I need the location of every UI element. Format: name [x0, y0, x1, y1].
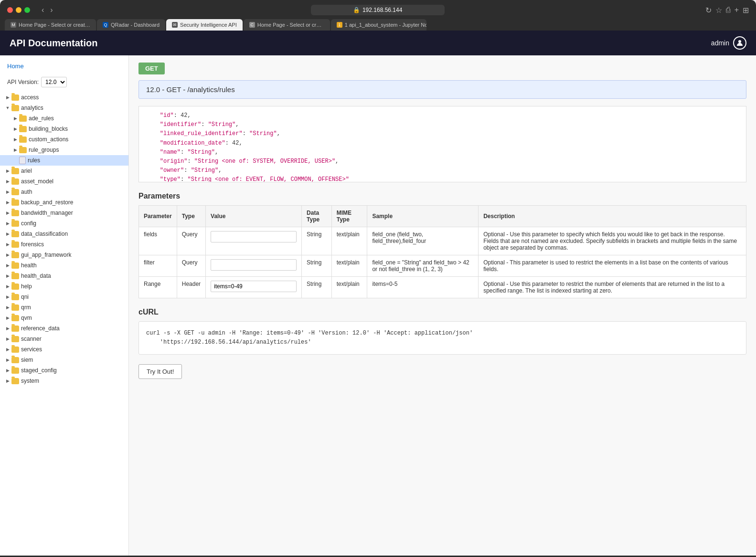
tree-arrow-qrm — [4, 304, 11, 311]
param-type-range: Header — [177, 277, 205, 298]
tree-arrow-data-classification — [4, 230, 11, 238]
tab-1[interactable]: Q QRadar - Dashboard — [97, 19, 165, 31]
param-datatype-filter: String — [302, 255, 332, 277]
tree-arrow-health — [4, 262, 11, 269]
col-header-mime-type: MIME Type — [331, 206, 367, 227]
tab-3[interactable]: C Home Page - Select or create a noteboo… — [244, 19, 330, 31]
curl-title: cURL — [138, 308, 746, 316]
sidebar-item-health[interactable]: health — [0, 260, 128, 271]
tab-icon-3: C — [249, 22, 255, 28]
sidebar-item-staged-config[interactable]: staged_config — [0, 365, 128, 376]
sidebar-item-siem[interactable]: siem — [0, 355, 128, 365]
param-mime-filter: text/plain — [331, 255, 367, 277]
tree-arrow-help — [4, 283, 11, 290]
sidebar-home-link[interactable]: Home — [0, 60, 128, 74]
star-icon[interactable]: ☆ — [715, 6, 722, 15]
tree-arrow-health-data — [4, 272, 11, 280]
extensions-icon[interactable]: ⊞ — [743, 6, 749, 15]
tree-arrow-config — [4, 220, 11, 227]
tree-arrow-ade-rules — [11, 115, 19, 122]
share-icon[interactable]: ⎙ — [726, 6, 731, 14]
param-sample-range: items=0-5 — [367, 277, 479, 298]
browser-window: ‹ › 🔒 192.168.56.144 ↻ ☆ ⎙ + ⊞ M Home Pa… — [0, 0, 756, 557]
fullscreen-button[interactable] — [24, 7, 30, 13]
tree-arrow-backup-restore — [4, 199, 11, 206]
browser-nav: ‹ › — [40, 6, 55, 14]
sidebar-item-bandwidth-manager[interactable]: bandwidth_manager — [0, 208, 128, 218]
sidebar-item-services[interactable]: services — [0, 344, 128, 355]
sidebar-item-gui-app-framework[interactable]: gui_app_framework — [0, 250, 128, 260]
sidebar-item-building-blocks[interactable]: building_blocks — [0, 124, 128, 134]
sidebar-label-ariel: ariel — [21, 168, 128, 174]
back-button[interactable]: ‹ — [40, 6, 46, 14]
sidebar-label-custom-actions: custom_actions — [29, 136, 128, 143]
refresh-icon[interactable]: ↻ — [705, 6, 712, 15]
file-icon-rules — [19, 157, 26, 164]
address-bar[interactable]: 🔒 192.168.56.144 — [311, 5, 445, 15]
tab-label-0: Home Page - Select or create a notebook — [19, 22, 90, 28]
folder-icon-rule-groups — [19, 147, 27, 153]
tab-icon-1: Q — [103, 22, 108, 28]
folder-icon-gui-app-framework — [11, 252, 19, 258]
sidebar-item-qni[interactable]: qni — [0, 292, 128, 302]
tab-0[interactable]: M Home Page - Select or create a noteboo… — [5, 19, 96, 31]
username: admin — [711, 39, 729, 47]
tree-arrow-asset-model — [4, 178, 11, 185]
sidebar-item-scanner[interactable]: scanner — [0, 334, 128, 344]
try-it-out-container: Try It Out! — [138, 364, 746, 379]
tab-label-3: Home Page - Select or create a notebook — [257, 22, 324, 28]
param-value-filter — [206, 255, 302, 277]
sidebar-item-analytics[interactable]: analytics — [0, 103, 128, 113]
sidebar-label-ade-rules: ade_rules — [29, 115, 128, 122]
col-header-parameter: Parameter — [139, 206, 177, 227]
folder-icon-ade-rules — [19, 116, 27, 122]
sidebar-item-access[interactable]: access — [0, 92, 128, 103]
parameters-title: Parameters — [138, 192, 746, 200]
tab-2[interactable]: ✉ Security Intelligence API — [166, 19, 243, 31]
sidebar-item-ariel[interactable]: ariel — [0, 166, 128, 176]
api-version-row: API Version: 12.0 — [0, 74, 128, 92]
tab-4[interactable]: 1 1 api_1_about_system - Jupyter Noteboo… — [331, 19, 426, 31]
sidebar-item-custom-actions[interactable]: custom_actions — [0, 134, 128, 145]
range-input[interactable] — [211, 281, 297, 292]
sidebar-label-health-data: health_data — [21, 273, 128, 279]
tree-arrow-auth — [4, 188, 11, 196]
sidebar-label-rules: rules — [28, 157, 128, 164]
sidebar-item-health-data[interactable]: health_data — [0, 271, 128, 281]
tab-label-4: 1 api_1_about_system - Jupyter Notebook — [345, 22, 426, 28]
sidebar-item-system[interactable]: system — [0, 376, 128, 386]
folder-icon-services — [11, 347, 19, 353]
folder-icon-backup-restore — [11, 200, 19, 206]
sidebar-item-forensics[interactable]: forensics — [0, 239, 128, 250]
new-tab-icon[interactable]: + — [735, 6, 739, 14]
forward-button[interactable]: › — [48, 6, 54, 14]
sidebar-item-qvm[interactable]: qvm — [0, 313, 128, 323]
sidebar-label-config: config — [21, 220, 128, 227]
sidebar-item-data-classification[interactable]: data_classification — [0, 229, 128, 239]
sidebar-item-config[interactable]: config — [0, 218, 128, 229]
sidebar-item-reference-data[interactable]: reference_data — [0, 323, 128, 334]
fields-input[interactable] — [211, 231, 297, 242]
param-mime-range: text/plain — [331, 277, 367, 298]
params-table-header: Parameter Type Value Data Type MIME Type… — [139, 206, 746, 227]
filter-input[interactable] — [211, 259, 297, 271]
close-button[interactable] — [7, 7, 13, 13]
method-badge: GET — [138, 63, 165, 74]
try-it-out-button[interactable]: Try It Out! — [138, 364, 182, 379]
sidebar-label-reference-data: reference_data — [21, 325, 128, 332]
folder-icon-health-data — [11, 273, 19, 279]
sidebar-item-qrm[interactable]: qrm — [0, 302, 128, 313]
minimize-button[interactable] — [16, 7, 21, 13]
sidebar-item-asset-model[interactable]: asset_model — [0, 176, 128, 187]
tab-icon-4: 1 — [337, 22, 342, 28]
sidebar-label-system: system — [21, 378, 128, 384]
sidebar-item-ade-rules[interactable]: ade_rules — [0, 113, 128, 124]
sidebar-item-rule-groups[interactable]: rule_groups — [0, 145, 128, 155]
sidebar-label-gui-app-framework: gui_app_framework — [21, 252, 128, 258]
param-desc-filter: Optional - This parameter is used to res… — [479, 255, 746, 277]
sidebar-item-auth[interactable]: auth — [0, 187, 128, 197]
sidebar-item-help[interactable]: help — [0, 281, 128, 292]
sidebar-item-rules[interactable]: rules — [0, 155, 128, 166]
api-version-select[interactable]: 12.0 — [41, 77, 67, 87]
sidebar-item-backup-restore[interactable]: backup_and_restore — [0, 197, 128, 208]
